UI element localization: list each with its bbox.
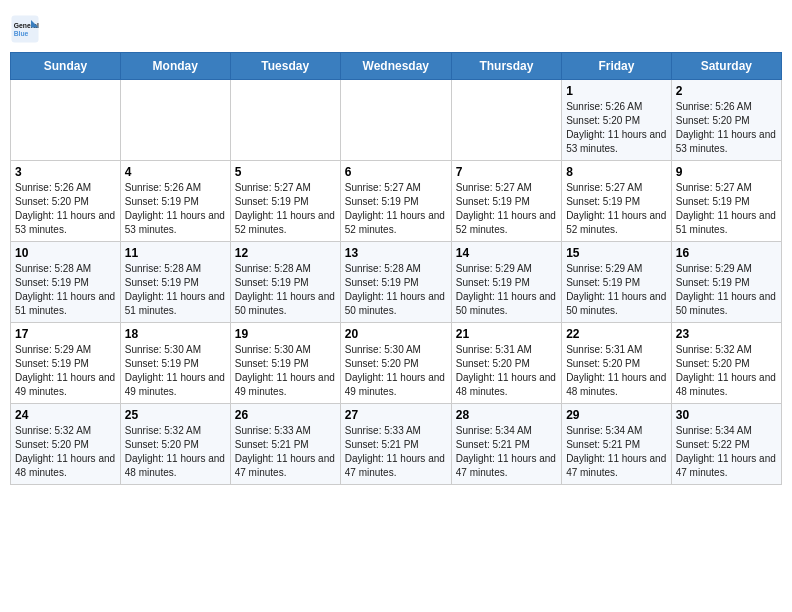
day-info: Sunrise: 5:28 AM Sunset: 5:19 PM Dayligh… [15, 262, 116, 318]
day-cell: 20Sunrise: 5:30 AM Sunset: 5:20 PM Dayli… [340, 323, 451, 404]
day-number: 1 [566, 84, 667, 98]
day-info: Sunrise: 5:27 AM Sunset: 5:19 PM Dayligh… [566, 181, 667, 237]
day-number: 8 [566, 165, 667, 179]
day-info: Sunrise: 5:30 AM Sunset: 5:20 PM Dayligh… [345, 343, 447, 399]
day-cell: 3Sunrise: 5:26 AM Sunset: 5:20 PM Daylig… [11, 161, 121, 242]
day-cell: 4Sunrise: 5:26 AM Sunset: 5:19 PM Daylig… [120, 161, 230, 242]
day-cell: 25Sunrise: 5:32 AM Sunset: 5:20 PM Dayli… [120, 404, 230, 485]
day-cell: 9Sunrise: 5:27 AM Sunset: 5:19 PM Daylig… [671, 161, 781, 242]
week-row-1: 1Sunrise: 5:26 AM Sunset: 5:20 PM Daylig… [11, 80, 782, 161]
day-info: Sunrise: 5:31 AM Sunset: 5:20 PM Dayligh… [456, 343, 557, 399]
day-info: Sunrise: 5:32 AM Sunset: 5:20 PM Dayligh… [676, 343, 777, 399]
column-header-tuesday: Tuesday [230, 53, 340, 80]
day-cell: 10Sunrise: 5:28 AM Sunset: 5:19 PM Dayli… [11, 242, 121, 323]
week-row-5: 24Sunrise: 5:32 AM Sunset: 5:20 PM Dayli… [11, 404, 782, 485]
column-header-monday: Monday [120, 53, 230, 80]
day-cell: 24Sunrise: 5:32 AM Sunset: 5:20 PM Dayli… [11, 404, 121, 485]
day-info: Sunrise: 5:34 AM Sunset: 5:21 PM Dayligh… [566, 424, 667, 480]
day-info: Sunrise: 5:27 AM Sunset: 5:19 PM Dayligh… [235, 181, 336, 237]
day-number: 24 [15, 408, 116, 422]
day-number: 29 [566, 408, 667, 422]
day-cell: 29Sunrise: 5:34 AM Sunset: 5:21 PM Dayli… [562, 404, 672, 485]
day-info: Sunrise: 5:28 AM Sunset: 5:19 PM Dayligh… [125, 262, 226, 318]
day-number: 25 [125, 408, 226, 422]
day-number: 9 [676, 165, 777, 179]
logo-icon: General Blue [10, 14, 40, 44]
day-number: 5 [235, 165, 336, 179]
day-cell: 28Sunrise: 5:34 AM Sunset: 5:21 PM Dayli… [451, 404, 561, 485]
day-cell: 23Sunrise: 5:32 AM Sunset: 5:20 PM Dayli… [671, 323, 781, 404]
page-header: General Blue [10, 10, 782, 44]
day-number: 12 [235, 246, 336, 260]
day-number: 16 [676, 246, 777, 260]
logo: General Blue [10, 14, 40, 44]
day-cell [340, 80, 451, 161]
day-info: Sunrise: 5:29 AM Sunset: 5:19 PM Dayligh… [456, 262, 557, 318]
day-number: 20 [345, 327, 447, 341]
day-info: Sunrise: 5:26 AM Sunset: 5:20 PM Dayligh… [566, 100, 667, 156]
day-cell: 6Sunrise: 5:27 AM Sunset: 5:19 PM Daylig… [340, 161, 451, 242]
day-cell: 13Sunrise: 5:28 AM Sunset: 5:19 PM Dayli… [340, 242, 451, 323]
day-cell: 26Sunrise: 5:33 AM Sunset: 5:21 PM Dayli… [230, 404, 340, 485]
day-cell [230, 80, 340, 161]
day-number: 14 [456, 246, 557, 260]
day-cell: 22Sunrise: 5:31 AM Sunset: 5:20 PM Dayli… [562, 323, 672, 404]
day-cell: 15Sunrise: 5:29 AM Sunset: 5:19 PM Dayli… [562, 242, 672, 323]
day-info: Sunrise: 5:34 AM Sunset: 5:21 PM Dayligh… [456, 424, 557, 480]
day-number: 7 [456, 165, 557, 179]
day-cell: 5Sunrise: 5:27 AM Sunset: 5:19 PM Daylig… [230, 161, 340, 242]
column-header-thursday: Thursday [451, 53, 561, 80]
day-info: Sunrise: 5:32 AM Sunset: 5:20 PM Dayligh… [15, 424, 116, 480]
day-number: 30 [676, 408, 777, 422]
day-cell: 14Sunrise: 5:29 AM Sunset: 5:19 PM Dayli… [451, 242, 561, 323]
day-info: Sunrise: 5:30 AM Sunset: 5:19 PM Dayligh… [125, 343, 226, 399]
day-number: 17 [15, 327, 116, 341]
day-number: 26 [235, 408, 336, 422]
day-cell: 16Sunrise: 5:29 AM Sunset: 5:19 PM Dayli… [671, 242, 781, 323]
day-cell [451, 80, 561, 161]
day-number: 13 [345, 246, 447, 260]
day-number: 11 [125, 246, 226, 260]
day-number: 10 [15, 246, 116, 260]
column-header-sunday: Sunday [11, 53, 121, 80]
day-cell [11, 80, 121, 161]
day-cell: 1Sunrise: 5:26 AM Sunset: 5:20 PM Daylig… [562, 80, 672, 161]
day-info: Sunrise: 5:27 AM Sunset: 5:19 PM Dayligh… [676, 181, 777, 237]
column-header-saturday: Saturday [671, 53, 781, 80]
day-info: Sunrise: 5:27 AM Sunset: 5:19 PM Dayligh… [456, 181, 557, 237]
day-cell: 27Sunrise: 5:33 AM Sunset: 5:21 PM Dayli… [340, 404, 451, 485]
day-cell: 19Sunrise: 5:30 AM Sunset: 5:19 PM Dayli… [230, 323, 340, 404]
svg-text:Blue: Blue [14, 30, 29, 37]
day-info: Sunrise: 5:29 AM Sunset: 5:19 PM Dayligh… [566, 262, 667, 318]
day-info: Sunrise: 5:27 AM Sunset: 5:19 PM Dayligh… [345, 181, 447, 237]
day-info: Sunrise: 5:32 AM Sunset: 5:20 PM Dayligh… [125, 424, 226, 480]
column-header-wednesday: Wednesday [340, 53, 451, 80]
day-info: Sunrise: 5:29 AM Sunset: 5:19 PM Dayligh… [15, 343, 116, 399]
day-number: 23 [676, 327, 777, 341]
day-info: Sunrise: 5:30 AM Sunset: 5:19 PM Dayligh… [235, 343, 336, 399]
day-number: 19 [235, 327, 336, 341]
day-cell: 18Sunrise: 5:30 AM Sunset: 5:19 PM Dayli… [120, 323, 230, 404]
day-info: Sunrise: 5:29 AM Sunset: 5:19 PM Dayligh… [676, 262, 777, 318]
calendar-header-row: SundayMondayTuesdayWednesdayThursdayFrid… [11, 53, 782, 80]
day-info: Sunrise: 5:33 AM Sunset: 5:21 PM Dayligh… [345, 424, 447, 480]
day-info: Sunrise: 5:31 AM Sunset: 5:20 PM Dayligh… [566, 343, 667, 399]
day-cell: 12Sunrise: 5:28 AM Sunset: 5:19 PM Dayli… [230, 242, 340, 323]
day-cell: 17Sunrise: 5:29 AM Sunset: 5:19 PM Dayli… [11, 323, 121, 404]
day-cell [120, 80, 230, 161]
day-cell: 2Sunrise: 5:26 AM Sunset: 5:20 PM Daylig… [671, 80, 781, 161]
day-info: Sunrise: 5:28 AM Sunset: 5:19 PM Dayligh… [345, 262, 447, 318]
day-number: 21 [456, 327, 557, 341]
day-number: 15 [566, 246, 667, 260]
day-number: 27 [345, 408, 447, 422]
week-row-4: 17Sunrise: 5:29 AM Sunset: 5:19 PM Dayli… [11, 323, 782, 404]
day-info: Sunrise: 5:34 AM Sunset: 5:22 PM Dayligh… [676, 424, 777, 480]
day-cell: 7Sunrise: 5:27 AM Sunset: 5:19 PM Daylig… [451, 161, 561, 242]
day-cell: 21Sunrise: 5:31 AM Sunset: 5:20 PM Dayli… [451, 323, 561, 404]
week-row-3: 10Sunrise: 5:28 AM Sunset: 5:19 PM Dayli… [11, 242, 782, 323]
day-info: Sunrise: 5:33 AM Sunset: 5:21 PM Dayligh… [235, 424, 336, 480]
svg-rect-0 [12, 16, 39, 43]
day-number: 22 [566, 327, 667, 341]
day-info: Sunrise: 5:28 AM Sunset: 5:19 PM Dayligh… [235, 262, 336, 318]
day-info: Sunrise: 5:26 AM Sunset: 5:20 PM Dayligh… [676, 100, 777, 156]
